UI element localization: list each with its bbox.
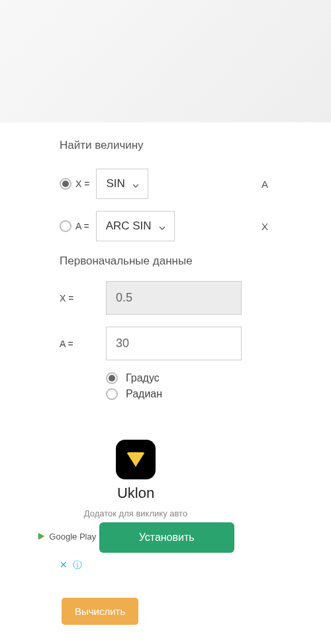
install-button[interactable]: Установить <box>99 522 234 553</box>
degrees-label: Градус <box>126 372 160 384</box>
chevron-down-icon <box>158 222 166 230</box>
google-play-icon <box>37 532 46 541</box>
uklon-logo-icon <box>126 452 145 467</box>
app-icon[interactable] <box>116 440 156 479</box>
a-input-label: A = <box>60 339 106 349</box>
svg-marker-0 <box>38 533 44 540</box>
ad-info-icon[interactable]: ⓘ <box>73 559 82 570</box>
a-input[interactable] <box>106 327 242 360</box>
select-sin-value: SIN <box>106 177 124 190</box>
radians-label: Радиан <box>126 388 162 400</box>
section-data-title: Первоначальные данные <box>60 255 331 268</box>
right-var-x: X <box>261 221 268 232</box>
app-desc: Додаток для виклику авто <box>0 508 271 518</box>
mode-row-a: A = ARC SIN X <box>60 211 331 241</box>
google-play-label: Google Play <box>37 532 96 542</box>
chevron-down-icon <box>132 180 140 188</box>
input-row-a: A = <box>60 327 331 360</box>
angle-units-group: Градус Радиан <box>106 372 331 400</box>
section-find-title: Найти величину <box>60 139 331 152</box>
input-row-x: X = <box>60 281 331 315</box>
radio-x-mode[interactable] <box>60 178 71 190</box>
select-arcsin-value: ARC SIN <box>106 220 152 233</box>
x-input-label: X = <box>60 293 106 303</box>
select-sin[interactable]: SIN <box>96 169 148 199</box>
calculate-button[interactable]: Вычислить <box>62 598 138 625</box>
radio-degrees[interactable] <box>106 372 118 384</box>
mode-row-x: X = SIN A <box>60 169 331 199</box>
ad-close-icon[interactable]: ✕ <box>60 559 68 570</box>
x-input[interactable] <box>106 281 242 315</box>
ad-block: Uklon Додаток для виклику авто Google Pl… <box>0 440 271 571</box>
app-name: Uklon <box>0 485 271 502</box>
select-arcsin[interactable]: ARC SIN <box>96 211 175 241</box>
x-equals-label: X = <box>75 179 89 189</box>
right-var-a: A <box>261 179 268 190</box>
a-equals-label: A = <box>75 221 89 231</box>
radio-a-mode[interactable] <box>60 220 71 232</box>
radio-radians[interactable] <box>106 388 118 400</box>
